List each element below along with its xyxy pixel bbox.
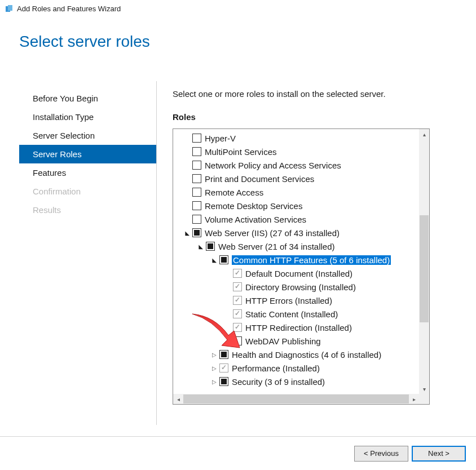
tree-row[interactable]: MultiPoint Services [173,145,419,158]
tree-item-label[interactable]: HTTP Errors (Installed) [245,296,332,305]
tree-item-label[interactable]: Performance (Installed) [232,363,320,373]
checkbox[interactable] [219,350,228,359]
scroll-left-icon[interactable]: ◂ [173,394,183,404]
wizard-icon [5,4,14,13]
tree-item-label[interactable]: WebDAV Publishing [245,336,321,346]
checkbox[interactable] [219,255,228,264]
checkbox[interactable] [192,174,201,183]
horizontal-scrollbar[interactable]: ◂ ▸ [173,394,419,404]
sidebar-item-installation-type[interactable]: Installation Type [19,108,156,126]
window-titlebar: Add Roles and Features Wizard [0,0,476,17]
sidebar-item-confirmation: Confirmation [19,182,156,201]
sidebar-item-server-selection[interactable]: Server Selection [19,126,156,145]
expand-icon[interactable]: ▷ [210,352,218,358]
tree-row[interactable]: Hyper-V [173,131,419,145]
tree-item-label[interactable]: Static Content (Installed) [245,309,338,319]
tree-row[interactable]: Remote Desktop Services [173,199,419,212]
checkbox[interactable] [233,282,242,291]
roles-tree: Hyper-VMultiPoint ServicesNetwork Policy… [173,128,430,405]
collapse-icon[interactable]: ◢ [183,230,191,236]
next-button[interactable]: Next > [412,446,466,462]
scroll-thumb-h[interactable] [183,394,409,404]
tree-item-label[interactable]: MultiPoint Services [205,147,277,157]
checkbox[interactable] [233,296,242,305]
tree-row[interactable]: ▷Performance (Installed) [173,361,419,375]
checkbox[interactable] [233,336,242,345]
instruction-text: Select one or more roles to install on t… [173,89,465,99]
checkbox[interactable] [192,147,201,156]
tree-row[interactable]: Default Document (Installed) [173,267,419,280]
tree-row[interactable]: ◢Web Server (IIS) (27 of 43 installed) [173,226,419,240]
tree-row[interactable]: Remote Access [173,185,419,199]
tree-row[interactable]: ▷Health and Diagnostics (4 of 6 installe… [173,348,419,361]
tree-item-label[interactable]: Remote Access [205,188,263,197]
tree-item-label[interactable]: Directory Browsing (Installed) [245,282,356,292]
tree-item-label[interactable]: Common HTTP Features (5 of 6 installed) [232,255,391,265]
tree-item-label[interactable]: Health and Diagnostics (4 of 6 installed… [232,350,381,360]
tree-item-label[interactable]: Print and Document Services [205,174,314,184]
previous-button[interactable]: < Previous [354,446,408,462]
tree-row[interactable]: ◢Common HTTP Features (5 of 6 installed) [173,253,419,267]
tree-row[interactable]: HTTP Redirection (Installed) [173,321,419,334]
tree-item-label[interactable]: Web Server (21 of 34 installed) [218,242,335,251]
checkbox[interactable] [192,228,201,237]
scroll-thumb[interactable] [420,215,429,322]
checkbox[interactable] [192,188,201,197]
checkbox[interactable] [233,309,242,318]
checkbox[interactable] [233,323,242,332]
scroll-corner [419,394,429,404]
checkbox[interactable] [219,363,228,373]
tree-item-label[interactable]: Remote Desktop Services [205,201,302,211]
svg-rect-1 [8,5,12,11]
checkbox[interactable] [192,134,201,143]
vertical-scrollbar[interactable]: ▴ ▾ [419,129,429,394]
tree-row[interactable]: Print and Document Services [173,172,419,185]
tree-item-label[interactable]: Default Document (Installed) [245,269,352,278]
tree-row[interactable]: Volume Activation Services [173,212,419,226]
checkbox[interactable] [206,242,215,251]
tree-item-label[interactable]: Hyper-V [205,134,236,143]
checkbox[interactable] [233,269,242,278]
checkbox[interactable] [192,201,201,210]
expand-icon[interactable]: ▷ [210,379,218,385]
sidebar-item-features[interactable]: Features [19,163,156,182]
scroll-up-icon[interactable]: ▴ [419,129,429,139]
tree-item-label[interactable]: Volume Activation Services [205,215,306,224]
page-title: Select server roles [0,17,476,51]
tree-row[interactable]: Network Policy and Access Services [173,158,419,172]
wizard-steps-sidebar: Before You BeginInstallation TypeServer … [19,81,157,425]
tree-row[interactable]: Directory Browsing (Installed) [173,280,419,294]
window-title: Add Roles and Features Wizard [17,5,121,13]
collapse-icon[interactable]: ◢ [210,257,218,263]
checkbox[interactable] [219,377,228,386]
scroll-down-icon[interactable]: ▾ [419,384,429,394]
tree-item-label[interactable]: Security (3 of 9 installed) [232,377,325,387]
wizard-footer: < Previous Next > [0,436,476,470]
sidebar-item-results: Results [19,201,156,219]
tree-row[interactable]: Static Content (Installed) [173,307,419,321]
checkbox[interactable] [192,161,201,170]
tree-item-label[interactable]: HTTP Redirection (Installed) [245,323,352,332]
tree-item-label[interactable]: Network Policy and Access Services [205,161,341,170]
tree-row[interactable]: ◢Web Server (21 of 34 installed) [173,240,419,253]
tree-row[interactable]: ▷Security (3 of 9 installed) [173,375,419,388]
sidebar-item-server-roles[interactable]: Server Roles [19,145,156,163]
checkbox[interactable] [192,215,201,224]
scroll-right-icon[interactable]: ▸ [409,394,419,404]
tree-row[interactable]: HTTP Errors (Installed) [173,294,419,307]
tree-item-label[interactable]: Web Server (IIS) (27 of 43 installed) [205,228,340,238]
tree-row[interactable]: WebDAV Publishing [173,334,419,348]
expand-icon[interactable]: ▷ [210,365,218,371]
sidebar-item-before-you-begin[interactable]: Before You Begin [19,89,156,108]
roles-heading: Roles [173,112,465,122]
collapse-icon[interactable]: ◢ [197,243,205,250]
